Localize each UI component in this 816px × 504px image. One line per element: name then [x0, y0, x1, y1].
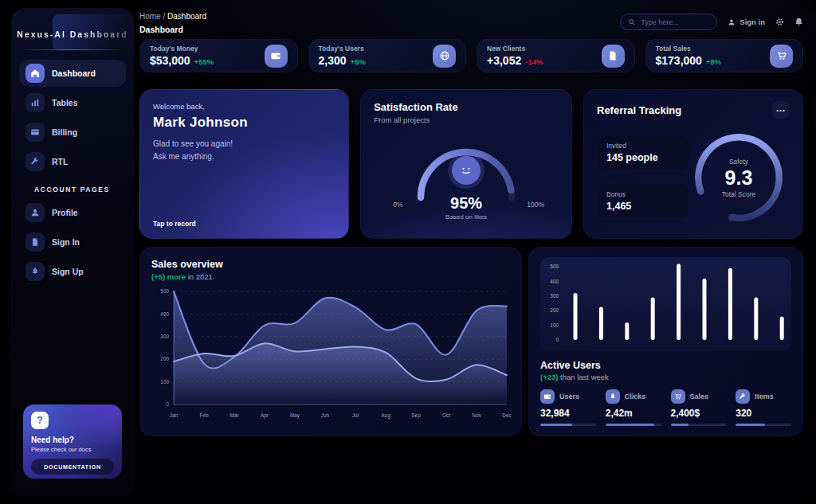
sidebar-item-billing[interactable]: Billing — [19, 119, 126, 146]
svg-text:Nov: Nov — [472, 412, 481, 418]
sidebar-item-dashboard[interactable]: Dashboard — [19, 60, 126, 87]
bonus-box: Bonus 1,465 — [597, 183, 689, 219]
metric-label: Clicks — [625, 393, 646, 400]
referral-title: Referral Tracking — [597, 104, 681, 116]
stat-label: Total Sales — [656, 45, 722, 53]
stat-cards-row: Today's Money $53,000 +55% Today's Users… — [139, 39, 803, 72]
svg-text:0: 0 — [166, 401, 169, 407]
sidebar-item-rtl[interactable]: RTL — [19, 148, 126, 175]
gear-icon[interactable] — [775, 18, 784, 26]
referral-card: Referral Tracking ••• Invited 145 people… — [583, 89, 803, 239]
bonus-value: 1,465 — [606, 201, 680, 212]
sidebar-section-label: ACCOUNT PAGES — [34, 186, 126, 193]
score-caption: Total Score — [722, 190, 756, 198]
help-subtitle: Please check our docs — [31, 446, 114, 453]
sidebar: Nexus-AI Dashboard Dashboard Tables Bill… — [11, 8, 134, 496]
stat-card-todays-money: Today's Money $53,000 +55% — [139, 39, 298, 72]
svg-text:May: May — [290, 412, 300, 419]
sales-delta: (+5) more — [151, 272, 186, 281]
dashboard-app: Nexus-AI Dashboard Dashboard Tables Bill… — [0, 0, 816, 504]
svg-text:100: 100 — [160, 379, 169, 385]
welcome-line2: Ask me anything. — [153, 150, 335, 163]
progress-bar — [671, 424, 727, 426]
referral-gauge: Safety 9.3 Total Score — [689, 128, 788, 227]
svg-text:200: 200 — [160, 356, 169, 361]
satisfaction-subtitle: From all projects — [374, 115, 559, 124]
bar-chart-icon — [26, 93, 45, 112]
invited-label: Invited — [606, 142, 680, 150]
progress-bar — [540, 424, 596, 426]
sidebar-item-label: Dashboard — [52, 68, 96, 78]
active-users-title: Active Users — [540, 360, 791, 371]
sidebar-item-signup[interactable]: Sign Up — [19, 258, 126, 285]
header-controls: Sign in — [620, 14, 803, 30]
score-label: Safety — [729, 158, 748, 166]
invited-box: Invited 145 people — [597, 135, 689, 170]
svg-text:Sep: Sep — [411, 412, 421, 419]
tap-to-record-button[interactable]: Tap to record — [153, 220, 196, 228]
sidebar-item-tables[interactable]: Tables — [19, 89, 126, 116]
search-box[interactable] — [620, 14, 717, 30]
sidebar-item-signin[interactable]: Sign In — [19, 229, 126, 256]
svg-text:Jul: Jul — [352, 412, 359, 418]
home-icon — [26, 64, 45, 83]
sidebar-item-label: Sign Up — [52, 267, 84, 276]
documentation-button[interactable]: DOCUMENTATION — [31, 459, 114, 475]
metric-value: 320 — [736, 408, 791, 419]
person-icon — [26, 203, 45, 222]
svg-text:Mar: Mar — [230, 412, 239, 418]
search-input[interactable] — [641, 18, 709, 26]
progress-bar — [736, 424, 791, 426]
svg-text:200: 200 — [550, 307, 559, 313]
document-icon — [26, 232, 45, 252]
svg-text:Aug: Aug — [381, 412, 390, 419]
cart-icon — [770, 45, 793, 68]
stat-card-new-clients: New Clients +3,052 -14% — [477, 39, 635, 72]
stat-value: +3,052 — [487, 54, 521, 67]
topbar: Home / Dashboard Dashboard Sign — [139, 0, 803, 34]
metric-sales: Sales 2,400$ — [671, 389, 727, 426]
metric-value: 32,984 — [540, 408, 596, 419]
sidebar-item-profile[interactable]: Profile — [19, 199, 126, 226]
svg-text:400: 400 — [550, 279, 559, 284]
metric-label: Items — [755, 393, 774, 400]
metric-label: Sales — [690, 393, 709, 400]
satisfaction-caption: Based on likes — [374, 213, 559, 221]
sidebar-item-label: Tables — [52, 98, 77, 107]
sidebar-item-label: Profile — [52, 208, 78, 217]
metric-value: 2,42m — [606, 408, 661, 419]
stat-text: Total Sales $173,000 +8% — [656, 45, 722, 67]
welcome-card: Welcome back, Mark Johnson Glad to see y… — [139, 89, 349, 239]
svg-text:Feb: Feb — [199, 412, 208, 418]
svg-text:100: 100 — [550, 322, 559, 328]
breadcrumb-block: Home / Dashboard Dashboard — [139, 12, 206, 34]
sidebar-item-label: Billing — [52, 127, 77, 137]
breadcrumb-separator: / — [163, 12, 165, 21]
stat-label: New Clients — [487, 45, 543, 53]
invited-value: 145 people — [606, 152, 680, 163]
stat-value: $173,000 — [656, 54, 702, 67]
stat-text: New Clients +3,052 -14% — [487, 45, 543, 67]
breadcrumb-home[interactable]: Home — [139, 12, 161, 21]
sidebar-nav: Dashboard Tables Billing RTL ACCOU — [11, 60, 134, 285]
bell-icon[interactable] — [794, 18, 803, 26]
sales-overview-card: Sales overview (+5) more in 2021 0100200… — [139, 247, 522, 436]
stat-text: Today's Users 2,300 +5% — [319, 45, 366, 67]
svg-text:300: 300 — [160, 334, 169, 339]
satisfaction-title: Satisfaction Rate — [374, 101, 559, 113]
active-users-bars-panel: 0100200300400500 — [540, 257, 791, 351]
satisfaction-percent: 95% — [374, 194, 559, 213]
wrench-icon — [26, 152, 45, 171]
stat-card-todays-users: Today's Users 2,300 +5% — [308, 39, 467, 72]
stat-delta: -14% — [525, 57, 543, 66]
ellipsis-menu-button[interactable]: ••• — [772, 101, 790, 119]
metric-users: Users 32,984 — [540, 389, 596, 426]
sales-overview-title: Sales overview — [151, 259, 510, 270]
stat-text: Today's Money $53,000 +55% — [150, 45, 214, 67]
signin-button[interactable]: Sign in — [728, 18, 765, 26]
bonus-label: Bonus — [606, 190, 680, 198]
help-card: ? Need help? Please check our docs DOCUM… — [23, 404, 122, 479]
stat-label: Today's Money — [150, 45, 214, 53]
wallet-icon — [540, 389, 555, 404]
svg-text:500: 500 — [160, 288, 169, 294]
